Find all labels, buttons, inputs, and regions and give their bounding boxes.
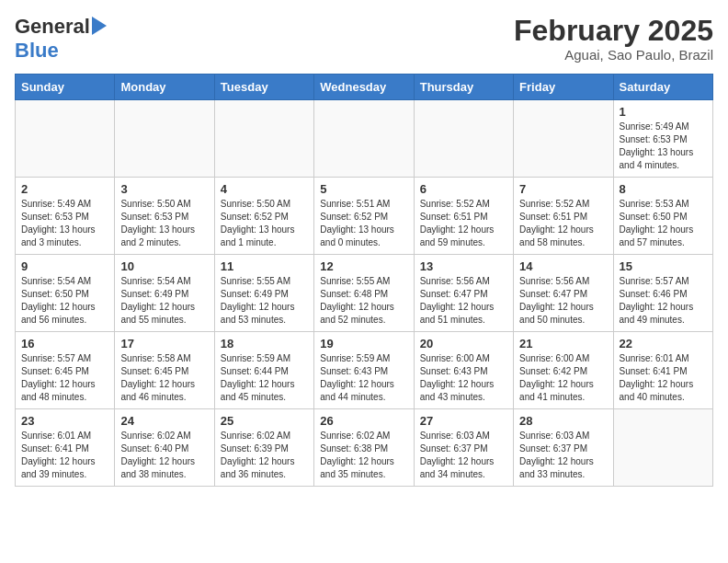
day-number: 15 (620, 259, 707, 273)
day-info: Sunrise: 5:55 AM Sunset: 6:49 PM Dayligh… (221, 275, 308, 327)
calendar-day-cell: 12Sunrise: 5:55 AM Sunset: 6:48 PM Dayli… (314, 255, 414, 332)
day-number: 3 (120, 182, 208, 196)
day-info: Sunrise: 5:54 AM Sunset: 6:49 PM Dayligh… (120, 275, 208, 327)
day-info: Sunrise: 5:52 AM Sunset: 6:51 PM Dayligh… (420, 198, 507, 249)
day-info: Sunrise: 6:03 AM Sunset: 6:37 PM Dayligh… (519, 430, 607, 481)
calendar-day-cell (16, 100, 115, 178)
day-info: Sunrise: 5:53 AM Sunset: 6:50 PM Dayligh… (620, 198, 707, 249)
calendar-day-cell: 9Sunrise: 5:54 AM Sunset: 6:50 PM Daylig… (16, 255, 115, 332)
calendar-day-cell: 21Sunrise: 6:00 AM Sunset: 6:42 PM Dayli… (514, 332, 613, 409)
calendar-day-cell: 17Sunrise: 5:58 AM Sunset: 6:45 PM Dayli… (115, 332, 214, 409)
day-number: 14 (519, 259, 607, 273)
calendar-day-cell: 22Sunrise: 6:01 AM Sunset: 6:41 PM Dayli… (613, 332, 712, 409)
calendar-day-cell: 16Sunrise: 5:57 AM Sunset: 6:45 PM Dayli… (16, 332, 115, 409)
calendar-day-cell: 11Sunrise: 5:55 AM Sunset: 6:49 PM Dayli… (214, 255, 313, 332)
calendar-day-cell: 20Sunrise: 6:00 AM Sunset: 6:43 PM Dayli… (414, 332, 513, 409)
weekday-header-friday: Friday (514, 75, 613, 100)
month-title: February 2025 (514, 15, 713, 47)
day-number: 9 (21, 259, 108, 273)
day-number: 21 (519, 337, 607, 350)
day-number: 8 (620, 182, 707, 196)
calendar-day-cell: 13Sunrise: 5:56 AM Sunset: 6:47 PM Dayli… (414, 255, 513, 332)
day-number: 4 (221, 182, 308, 196)
weekday-header-thursday: Thursday (414, 75, 513, 100)
calendar-day-cell: 4Sunrise: 5:50 AM Sunset: 6:52 PM Daylig… (214, 178, 313, 255)
calendar-day-cell: 7Sunrise: 5:52 AM Sunset: 6:51 PM Daylig… (514, 178, 613, 255)
day-info: Sunrise: 5:57 AM Sunset: 6:45 PM Dayligh… (21, 352, 108, 404)
day-info: Sunrise: 5:49 AM Sunset: 6:53 PM Dayligh… (620, 121, 707, 172)
day-info: Sunrise: 6:03 AM Sunset: 6:37 PM Dayligh… (420, 430, 507, 481)
calendar-day-cell: 1Sunrise: 5:49 AM Sunset: 6:53 PM Daylig… (613, 100, 712, 178)
logo: General Blue (15, 15, 107, 63)
day-number: 19 (320, 337, 407, 350)
day-number: 16 (21, 337, 108, 350)
weekday-header-saturday: Saturday (613, 75, 712, 100)
calendar-day-cell: 24Sunrise: 6:02 AM Sunset: 6:40 PM Dayli… (115, 409, 214, 487)
day-number: 20 (420, 337, 507, 350)
day-info: Sunrise: 5:58 AM Sunset: 6:45 PM Dayligh… (120, 352, 208, 404)
day-number: 27 (420, 414, 507, 428)
day-info: Sunrise: 5:56 AM Sunset: 6:47 PM Dayligh… (420, 275, 507, 327)
calendar-day-cell (115, 100, 214, 178)
logo-blue-text: Blue (15, 39, 59, 62)
day-info: Sunrise: 6:00 AM Sunset: 6:43 PM Dayligh… (420, 352, 507, 404)
day-info: Sunrise: 6:02 AM Sunset: 6:40 PM Dayligh… (120, 430, 208, 481)
day-number: 28 (519, 414, 607, 428)
day-number: 11 (221, 259, 308, 273)
weekday-header-monday: Monday (115, 75, 214, 100)
day-info: Sunrise: 5:50 AM Sunset: 6:53 PM Dayligh… (120, 198, 208, 249)
calendar-day-cell: 18Sunrise: 5:59 AM Sunset: 6:44 PM Dayli… (214, 332, 313, 409)
logo-arrow-icon (92, 17, 107, 35)
calendar-day-cell (214, 100, 313, 178)
day-number: 23 (21, 414, 108, 428)
day-number: 2 (21, 182, 108, 196)
day-number: 17 (120, 337, 208, 350)
calendar-week-2: 9Sunrise: 5:54 AM Sunset: 6:50 PM Daylig… (16, 255, 713, 332)
day-info: Sunrise: 6:01 AM Sunset: 6:41 PM Dayligh… (21, 430, 108, 481)
day-info: Sunrise: 5:56 AM Sunset: 6:47 PM Dayligh… (519, 275, 607, 327)
day-info: Sunrise: 5:50 AM Sunset: 6:52 PM Dayligh… (221, 198, 308, 249)
day-info: Sunrise: 5:57 AM Sunset: 6:46 PM Dayligh… (620, 275, 707, 327)
calendar-day-cell: 5Sunrise: 5:51 AM Sunset: 6:52 PM Daylig… (314, 178, 414, 255)
page-header: General Blue February 2025 Aguai, Sao Pa… (15, 15, 713, 63)
calendar-table: SundayMondayTuesdayWednesdayThursdayFrid… (15, 74, 713, 487)
calendar-day-cell (613, 409, 712, 487)
calendar-day-cell: 27Sunrise: 6:03 AM Sunset: 6:37 PM Dayli… (414, 409, 513, 487)
calendar-day-cell: 26Sunrise: 6:02 AM Sunset: 6:38 PM Dayli… (314, 409, 414, 487)
day-info: Sunrise: 5:51 AM Sunset: 6:52 PM Dayligh… (320, 198, 407, 249)
day-info: Sunrise: 6:02 AM Sunset: 6:39 PM Dayligh… (221, 430, 308, 481)
calendar-week-3: 16Sunrise: 5:57 AM Sunset: 6:45 PM Dayli… (16, 332, 713, 409)
calendar-day-cell: 8Sunrise: 5:53 AM Sunset: 6:50 PM Daylig… (613, 178, 712, 255)
day-info: Sunrise: 6:01 AM Sunset: 6:41 PM Dayligh… (620, 352, 707, 404)
calendar-day-cell: 3Sunrise: 5:50 AM Sunset: 6:53 PM Daylig… (115, 178, 214, 255)
weekday-header-tuesday: Tuesday (214, 75, 313, 100)
day-number: 26 (320, 414, 407, 428)
calendar-day-cell (514, 100, 613, 178)
title-block: February 2025 Aguai, Sao Paulo, Brazil (514, 15, 713, 63)
day-number: 10 (120, 259, 208, 273)
day-info: Sunrise: 6:02 AM Sunset: 6:38 PM Dayligh… (320, 430, 407, 481)
day-number: 12 (320, 259, 407, 273)
day-info: Sunrise: 5:59 AM Sunset: 6:44 PM Dayligh… (221, 352, 308, 404)
calendar-day-cell: 23Sunrise: 6:01 AM Sunset: 6:41 PM Dayli… (16, 409, 115, 487)
calendar-week-4: 23Sunrise: 6:01 AM Sunset: 6:41 PM Dayli… (16, 409, 713, 487)
calendar-day-cell: 10Sunrise: 5:54 AM Sunset: 6:49 PM Dayli… (115, 255, 214, 332)
calendar-header-row: SundayMondayTuesdayWednesdayThursdayFrid… (16, 75, 713, 100)
calendar-day-cell: 2Sunrise: 5:49 AM Sunset: 6:53 PM Daylig… (16, 178, 115, 255)
calendar-week-1: 2Sunrise: 5:49 AM Sunset: 6:53 PM Daylig… (16, 178, 713, 255)
day-info: Sunrise: 5:52 AM Sunset: 6:51 PM Dayligh… (519, 198, 607, 249)
calendar-day-cell: 6Sunrise: 5:52 AM Sunset: 6:51 PM Daylig… (414, 178, 513, 255)
weekday-header-sunday: Sunday (16, 75, 115, 100)
day-number: 7 (519, 182, 607, 196)
day-info: Sunrise: 6:00 AM Sunset: 6:42 PM Dayligh… (519, 352, 607, 404)
day-number: 13 (420, 259, 507, 273)
calendar-day-cell: 28Sunrise: 6:03 AM Sunset: 6:37 PM Dayli… (514, 409, 613, 487)
day-number: 5 (320, 182, 407, 196)
calendar-day-cell: 15Sunrise: 5:57 AM Sunset: 6:46 PM Dayli… (613, 255, 712, 332)
day-number: 24 (120, 414, 208, 428)
day-info: Sunrise: 5:55 AM Sunset: 6:48 PM Dayligh… (320, 275, 407, 327)
location-text: Aguai, Sao Paulo, Brazil (514, 47, 713, 63)
calendar-day-cell (414, 100, 513, 178)
calendar-week-0: 1Sunrise: 5:49 AM Sunset: 6:53 PM Daylig… (16, 100, 713, 178)
logo-general-text: General (15, 15, 90, 39)
